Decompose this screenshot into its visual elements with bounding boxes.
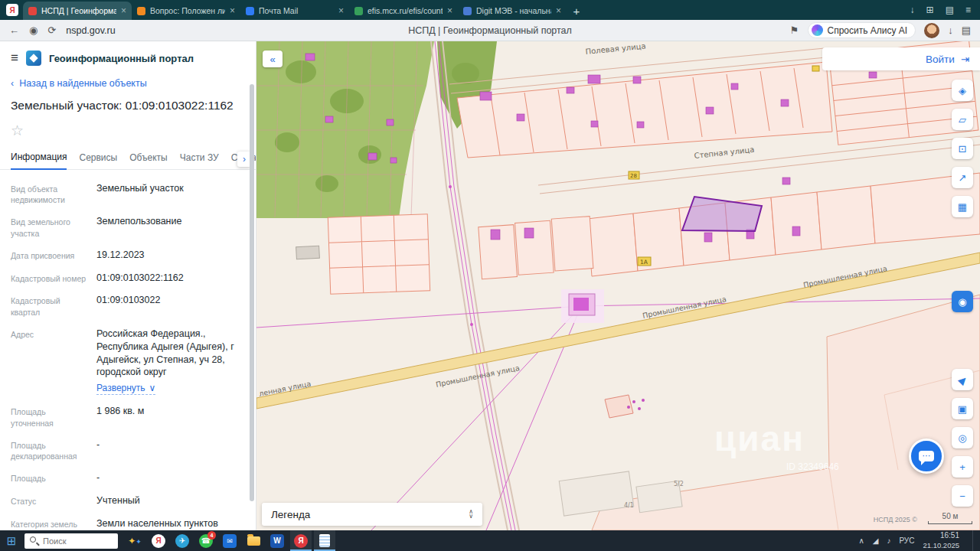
close-icon[interactable]: × (121, 5, 126, 16)
tab-strip: НСПД | Геоинформац... × Вопрос: Положен … (23, 0, 586, 20)
zoom-in-button[interactable]: + (952, 456, 973, 478)
refresh-icon[interactable]: ⟳ (47, 24, 56, 36)
tab-panel-icon[interactable]: ▤ (946, 5, 954, 15)
app-browser-home[interactable]: Я (148, 530, 169, 551)
legend-toggle-icon[interactable]: ∧∨ (469, 510, 473, 519)
print-button[interactable]: ▦ (952, 196, 973, 217)
alice-icon (812, 24, 823, 36)
show-desktop-button[interactable] (972, 530, 977, 551)
volume-icon[interactable]: ♪ (887, 536, 890, 545)
close-icon[interactable]: × (338, 5, 344, 16)
tab-information[interactable]: Информация (11, 152, 67, 170)
measure-area-button[interactable]: ⊡ (952, 138, 973, 159)
collapse-panel-button[interactable]: « (263, 51, 283, 67)
locate-button[interactable]: ▶ (952, 369, 973, 390)
close-icon[interactable]: × (556, 5, 561, 16)
legend-label: Легенда (271, 509, 310, 520)
tab-nspd[interactable]: НСПД | Геоинформац... × (23, 2, 132, 20)
close-icon[interactable]: × (230, 5, 235, 16)
browser-top-actions: ↓ ⊞ ▤ ≡ (901, 5, 980, 20)
tab-mail[interactable]: Почта Mail × (240, 2, 349, 20)
layers-button[interactable]: ◈ (952, 80, 973, 101)
tab-parts[interactable]: Части ЗУ (180, 152, 219, 169)
tab-objects[interactable]: Объекты (129, 152, 168, 169)
expand-address-link[interactable]: Развернуть ∨ (96, 382, 155, 395)
login-button[interactable]: Войти ⇥ (822, 47, 980, 70)
app-word[interactable]: W (266, 530, 288, 551)
tab-services[interactable]: Сервисы (79, 152, 117, 169)
taskbar-search[interactable] (24, 533, 118, 549)
field-label: Дата присвоения (11, 249, 87, 262)
field-row: Дата присвоения 19.12.2023 (11, 249, 245, 262)
field-value: Учтенный (96, 494, 245, 507)
ruler-button[interactable]: ▱ (952, 109, 973, 130)
chevron-left-icon: ‹ (11, 78, 14, 89)
close-icon[interactable]: × (447, 5, 452, 16)
cursor-icon: ▶ (956, 373, 969, 386)
download-icon[interactable]: ↓ (948, 24, 953, 36)
scale-label: 50 м (942, 512, 959, 520)
app-yandex-browser[interactable]: Я (290, 530, 312, 551)
app-mail[interactable]: ✉ (219, 530, 240, 551)
tray-expand-icon[interactable]: ∧ (858, 536, 864, 545)
bookmark-flag-icon[interactable]: ⚑ (790, 24, 799, 36)
back-link[interactable]: ‹ Назад в найденные объекты (11, 78, 245, 89)
hamburger-menu-icon[interactable]: ≡ (11, 51, 18, 66)
browser-logo-icon[interactable]: Я (6, 4, 18, 16)
snap-button[interactable]: ◎ (952, 427, 973, 448)
share-button[interactable]: ↗ (952, 167, 973, 188)
app-telegram[interactable]: ✈ (172, 530, 193, 551)
field-row-address: Адрес Российская Федерация., Республика … (11, 328, 245, 396)
word-icon: W (270, 534, 284, 548)
panorama-button[interactable]: ◉ (952, 291, 973, 312)
field-label: Кадастровый квартал (11, 294, 87, 317)
alice-button[interactable]: Спросить Алису AI (808, 22, 916, 38)
building-number: 5/2 (674, 481, 684, 487)
panel-scrollbar[interactable] (249, 44, 255, 527)
scrollbar-thumb[interactable] (250, 84, 254, 501)
tab-digit[interactable]: Digit МЭВ - начальная стр... × (458, 2, 567, 20)
basemap-button[interactable]: ▣ (952, 398, 973, 419)
field-value: 01:09:0103022 (96, 294, 245, 317)
field-row: Статус Учтенный (11, 494, 245, 507)
app-explorer[interactable] (243, 530, 264, 551)
chat-icon: ⋯ (919, 451, 934, 461)
address-url[interactable]: nspd.gov.ru (66, 25, 115, 36)
new-tab-button[interactable]: + (567, 2, 586, 20)
legend-bar[interactable]: Легенда ∧∨ (262, 503, 482, 526)
chat-button[interactable]: ⋯ (909, 439, 944, 474)
collections-icon[interactable]: ⊞ (926, 5, 934, 15)
profile-avatar[interactable] (924, 23, 939, 38)
measure-icon: ⊡ (959, 143, 967, 155)
protect-shield-icon[interactable]: ◉ (29, 24, 38, 36)
tab-favicon (28, 7, 37, 15)
back-icon[interactable]: ← (9, 24, 19, 36)
fields-list: Вид объекта недвижимости Земельный участ… (0, 170, 256, 530)
portal-title: Геоинформационный портал (49, 53, 194, 64)
nspd-logo-icon (26, 51, 41, 66)
side-panel-icon[interactable]: ▤ (962, 24, 971, 36)
object-title: Земельный участок: 01:09:0103022:1162 (11, 99, 245, 112)
browser-menu-icon[interactable]: ≡ (965, 5, 971, 15)
app-notepad[interactable] (314, 530, 335, 551)
page-content: ≡ Геоинформационный портал ‹ Назад в най… (0, 41, 980, 530)
tab-title: Почта Mail (259, 6, 334, 15)
downloads-icon[interactable]: ↓ (910, 5, 915, 15)
app-widgets[interactable]: ✦✦ (124, 530, 145, 551)
language-indicator[interactable]: РУС (899, 536, 914, 545)
tab-question[interactable]: Вопрос: Положен ли зем... × (132, 2, 240, 20)
favorite-star-icon[interactable]: ☆ (11, 122, 26, 139)
zoom-out-button[interactable]: − (952, 485, 973, 507)
network-icon[interactable]: ◢ (873, 536, 879, 545)
map-canvas[interactable]: Полевая улица Степная улица Промышленная… (256, 41, 980, 530)
start-button[interactable]: ⊞ (0, 534, 23, 548)
app-whatsapp[interactable]: ☎4 (195, 530, 217, 551)
search-input[interactable] (24, 533, 118, 549)
clock[interactable]: 16:51 21.10.2025 (923, 531, 959, 549)
utility-station[interactable] (561, 289, 604, 323)
tab-efis[interactable]: efis.mcx.ru/efis/countries... × (349, 2, 458, 20)
browser-toolbar: ← ◉ ⟳ nspd.gov.ru НСПД | Геоинформационн… (0, 20, 980, 41)
field-value: Земельный участок (96, 182, 245, 205)
tab-title: НСПД | Геоинформац... (41, 6, 116, 15)
map-copyright: НСПД 2025 © (874, 516, 917, 523)
